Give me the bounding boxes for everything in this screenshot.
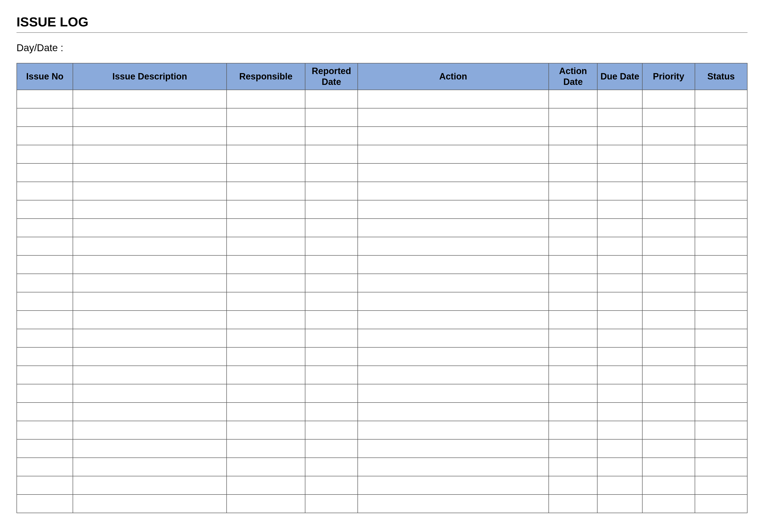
cell-status[interactable]: [695, 163, 747, 182]
cell-due-date[interactable]: [597, 421, 642, 439]
cell-action-date[interactable]: [549, 256, 598, 274]
cell-action-date[interactable]: [549, 200, 598, 219]
cell-action[interactable]: [358, 237, 549, 256]
cell-priority[interactable]: [642, 366, 695, 384]
cell-priority[interactable]: [642, 292, 695, 310]
cell-action[interactable]: [358, 494, 549, 513]
cell-status[interactable]: [695, 200, 747, 219]
cell-issue-description[interactable]: [73, 292, 226, 310]
cell-reported-date[interactable]: [305, 458, 357, 476]
cell-due-date[interactable]: [597, 127, 642, 145]
cell-priority[interactable]: [642, 90, 695, 108]
cell-status[interactable]: [695, 292, 747, 310]
cell-issue-no[interactable]: [17, 90, 73, 108]
cell-action[interactable]: [358, 108, 549, 127]
cell-action[interactable]: [358, 163, 549, 182]
cell-issue-no[interactable]: [17, 145, 73, 163]
cell-due-date[interactable]: [597, 384, 642, 403]
cell-reported-date[interactable]: [305, 403, 357, 421]
cell-issue-description[interactable]: [73, 494, 226, 513]
cell-due-date[interactable]: [597, 200, 642, 219]
cell-reported-date[interactable]: [305, 145, 357, 163]
cell-responsible[interactable]: [227, 384, 305, 403]
cell-issue-description[interactable]: [73, 458, 226, 476]
cell-status[interactable]: [695, 237, 747, 256]
cell-responsible[interactable]: [227, 292, 305, 310]
cell-action[interactable]: [358, 347, 549, 366]
cell-due-date[interactable]: [597, 108, 642, 127]
cell-due-date[interactable]: [597, 347, 642, 366]
cell-issue-description[interactable]: [73, 329, 226, 347]
cell-priority[interactable]: [642, 200, 695, 219]
cell-responsible[interactable]: [227, 403, 305, 421]
cell-reported-date[interactable]: [305, 329, 357, 347]
cell-responsible[interactable]: [227, 237, 305, 256]
cell-action-date[interactable]: [549, 274, 598, 292]
cell-responsible[interactable]: [227, 476, 305, 494]
cell-responsible[interactable]: [227, 127, 305, 145]
cell-status[interactable]: [695, 145, 747, 163]
cell-action-date[interactable]: [549, 439, 598, 458]
cell-action-date[interactable]: [549, 458, 598, 476]
cell-issue-no[interactable]: [17, 384, 73, 403]
cell-due-date[interactable]: [597, 458, 642, 476]
cell-priority[interactable]: [642, 274, 695, 292]
cell-issue-description[interactable]: [73, 219, 226, 237]
cell-status[interactable]: [695, 347, 747, 366]
cell-action[interactable]: [358, 219, 549, 237]
cell-action-date[interactable]: [549, 163, 598, 182]
cell-action[interactable]: [358, 366, 549, 384]
cell-responsible[interactable]: [227, 347, 305, 366]
cell-action-date[interactable]: [549, 494, 598, 513]
cell-issue-no[interactable]: [17, 347, 73, 366]
cell-action[interactable]: [358, 384, 549, 403]
cell-action-date[interactable]: [549, 476, 598, 494]
cell-issue-description[interactable]: [73, 182, 226, 200]
cell-responsible[interactable]: [227, 366, 305, 384]
cell-responsible[interactable]: [227, 274, 305, 292]
cell-action-date[interactable]: [549, 347, 598, 366]
cell-action-date[interactable]: [549, 90, 598, 108]
cell-status[interactable]: [695, 108, 747, 127]
cell-action[interactable]: [358, 421, 549, 439]
cell-action-date[interactable]: [549, 108, 598, 127]
cell-action-date[interactable]: [549, 384, 598, 403]
cell-due-date[interactable]: [597, 90, 642, 108]
cell-responsible[interactable]: [227, 108, 305, 127]
cell-due-date[interactable]: [597, 163, 642, 182]
cell-reported-date[interactable]: [305, 182, 357, 200]
cell-due-date[interactable]: [597, 256, 642, 274]
cell-status[interactable]: [695, 439, 747, 458]
cell-reported-date[interactable]: [305, 200, 357, 219]
cell-issue-description[interactable]: [73, 274, 226, 292]
cell-priority[interactable]: [642, 476, 695, 494]
cell-action[interactable]: [358, 256, 549, 274]
cell-status[interactable]: [695, 219, 747, 237]
cell-status[interactable]: [695, 182, 747, 200]
cell-status[interactable]: [695, 256, 747, 274]
cell-action[interactable]: [358, 127, 549, 145]
cell-action-date[interactable]: [549, 145, 598, 163]
cell-status[interactable]: [695, 90, 747, 108]
cell-responsible[interactable]: [227, 310, 305, 329]
cell-action-date[interactable]: [549, 403, 598, 421]
cell-due-date[interactable]: [597, 182, 642, 200]
cell-priority[interactable]: [642, 347, 695, 366]
cell-priority[interactable]: [642, 384, 695, 403]
cell-priority[interactable]: [642, 219, 695, 237]
cell-reported-date[interactable]: [305, 310, 357, 329]
cell-issue-no[interactable]: [17, 421, 73, 439]
cell-action[interactable]: [358, 439, 549, 458]
cell-issue-description[interactable]: [73, 310, 226, 329]
cell-responsible[interactable]: [227, 421, 305, 439]
cell-reported-date[interactable]: [305, 90, 357, 108]
cell-action[interactable]: [358, 310, 549, 329]
cell-issue-description[interactable]: [73, 256, 226, 274]
cell-issue-no[interactable]: [17, 292, 73, 310]
cell-issue-no[interactable]: [17, 366, 73, 384]
cell-issue-description[interactable]: [73, 439, 226, 458]
cell-responsible[interactable]: [227, 494, 305, 513]
cell-due-date[interactable]: [597, 494, 642, 513]
cell-due-date[interactable]: [597, 476, 642, 494]
cell-issue-no[interactable]: [17, 439, 73, 458]
